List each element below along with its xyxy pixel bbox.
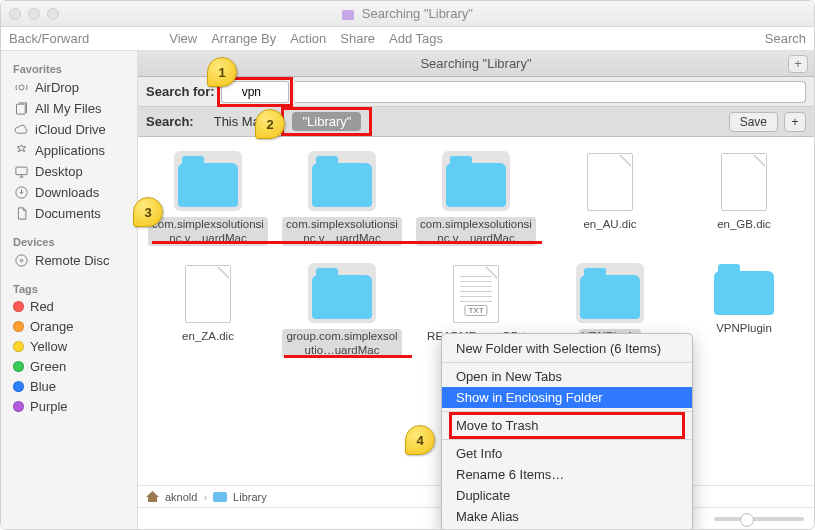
sidebar-item-downloads[interactable]: Downloads — [7, 182, 137, 203]
tab-bar: Searching "Library" + — [138, 51, 814, 77]
add-criteria-button[interactable]: + — [784, 112, 806, 132]
document-icon — [185, 265, 231, 323]
back-forward-button[interactable]: Back/Forward — [9, 31, 89, 46]
tab-active[interactable]: Searching "Library" — [420, 56, 531, 71]
documents-icon — [13, 205, 29, 221]
annotation-badge-3: 3 — [133, 197, 163, 227]
annotation-underline — [152, 241, 542, 244]
file-item-folder[interactable]: VPNPlugin — [680, 259, 808, 369]
ctx-rename[interactable]: Rename 6 Items… — [442, 464, 692, 485]
annotation-badge-1: 1 — [207, 57, 237, 87]
sidebar-tag-red[interactable]: Red — [7, 297, 137, 317]
separator — [442, 362, 692, 363]
folder-icon — [178, 163, 238, 207]
cloud-icon — [13, 121, 29, 137]
sidebar-heading-devices: Devices — [7, 232, 137, 250]
tag-dot-icon — [13, 361, 24, 372]
folder-icon — [714, 271, 774, 315]
scope-library[interactable]: "Library" — [292, 112, 361, 131]
sidebar-item-airdrop[interactable]: AirDrop — [7, 77, 137, 98]
search-input-extension[interactable] — [295, 81, 806, 103]
tag-dot-icon — [13, 401, 24, 412]
ctx-show-in-enclosing-folder[interactable]: Show in Enclosing Folder — [442, 387, 692, 408]
file-item-document[interactable]: en_GB.dic — [680, 147, 808, 257]
path-segment-library[interactable]: Library — [233, 491, 267, 503]
save-search-button[interactable]: Save — [729, 112, 778, 132]
ctx-open-in-new-tabs[interactable]: Open in New Tabs — [442, 366, 692, 387]
annotation-underline — [284, 355, 412, 358]
file-item-folder[interactable]: group.com.simplexsolutio…uardMac — [278, 259, 406, 369]
home-icon — [146, 491, 159, 502]
sidebar-tag-blue[interactable]: Blue — [7, 377, 137, 397]
annotation-badge-2: 2 — [255, 109, 285, 139]
menu-share[interactable]: Share — [340, 31, 375, 46]
sidebar-item-documents[interactable]: Documents — [7, 203, 137, 224]
document-icon — [587, 153, 633, 211]
svg-point-0 — [19, 85, 24, 90]
tag-dot-icon — [13, 321, 24, 332]
ctx-move-to-trash[interactable]: Move to Trash — [456, 418, 678, 433]
svg-point-4 — [15, 254, 26, 265]
sidebar-tag-purple[interactable]: Purple — [7, 397, 137, 417]
folder-icon — [580, 275, 640, 319]
new-tab-button[interactable]: + — [788, 55, 808, 73]
zoom-window-button[interactable] — [47, 8, 59, 20]
sidebar-item-applications[interactable]: Applications — [7, 140, 137, 161]
folder-icon — [446, 163, 506, 207]
folder-icon — [213, 492, 227, 502]
separator — [442, 411, 692, 412]
folder-icon — [342, 10, 354, 20]
traffic-lights — [9, 8, 59, 20]
sidebar-tag-green[interactable]: Green — [7, 357, 137, 377]
tag-dot-icon — [13, 341, 24, 352]
sidebar-item-all-my-files[interactable]: All My Files — [7, 98, 137, 119]
menu-view[interactable]: View — [169, 31, 197, 46]
sidebar-item-remote-disc[interactable]: Remote Disc — [7, 250, 137, 271]
disc-icon — [13, 252, 29, 268]
search-for-row: Search for: — [138, 77, 814, 107]
sidebar-tag-orange[interactable]: Orange — [7, 317, 137, 337]
minimize-window-button[interactable] — [28, 8, 40, 20]
ctx-new-folder-with-selection[interactable]: New Folder with Selection (6 Items) — [442, 338, 692, 359]
context-menu: New Folder with Selection (6 Items) Open… — [441, 333, 693, 530]
folder-icon — [312, 275, 372, 319]
menu-add-tags[interactable]: Add Tags — [389, 31, 443, 46]
icon-size-slider[interactable] — [714, 517, 804, 521]
files-icon — [13, 100, 29, 116]
airdrop-icon — [13, 79, 29, 95]
search-scope-label: Search: — [146, 114, 194, 129]
sidebar-item-desktop[interactable]: Desktop — [7, 161, 137, 182]
file-item-document[interactable]: en_ZA.dic — [144, 259, 272, 369]
tag-dot-icon — [13, 381, 24, 392]
folder-icon — [312, 163, 372, 207]
svg-point-5 — [20, 259, 23, 262]
ctx-duplicate[interactable]: Duplicate — [442, 485, 692, 506]
applications-icon — [13, 142, 29, 158]
file-item-document[interactable]: en_AU.dic — [546, 147, 674, 257]
tag-dot-icon — [13, 301, 24, 312]
desktop-icon — [13, 163, 29, 179]
window-title: Searching "Library" — [1, 6, 814, 21]
sidebar-tag-yellow[interactable]: Yellow — [7, 337, 137, 357]
svg-rect-2 — [15, 167, 26, 175]
separator — [442, 439, 692, 440]
window-titlebar: Searching "Library" — [1, 1, 814, 27]
document-icon: TXT — [453, 265, 499, 323]
sidebar-item-icloud[interactable]: iCloud Drive — [7, 119, 137, 140]
ctx-make-alias[interactable]: Make Alias — [442, 506, 692, 527]
document-icon — [721, 153, 767, 211]
annotation-badge-4: 4 — [405, 425, 435, 455]
sidebar: Favorites AirDrop All My Files iCloud Dr… — [1, 51, 138, 529]
menu-action[interactable]: Action — [290, 31, 326, 46]
toolbar: Back/Forward View Arrange By Action Shar… — [1, 27, 814, 51]
menu-arrange-by[interactable]: Arrange By — [211, 31, 276, 46]
menu-search[interactable]: Search — [765, 31, 806, 46]
close-window-button[interactable] — [9, 8, 21, 20]
path-segment-user[interactable]: aknold — [165, 491, 197, 503]
svg-rect-1 — [16, 104, 25, 114]
downloads-icon — [13, 184, 29, 200]
chevron-right-icon: › — [203, 491, 207, 503]
ctx-get-info[interactable]: Get Info — [442, 443, 692, 464]
search-scope-row: Search: This Mac "Library" Save + — [138, 107, 814, 137]
sidebar-heading-tags: Tags — [7, 279, 137, 297]
